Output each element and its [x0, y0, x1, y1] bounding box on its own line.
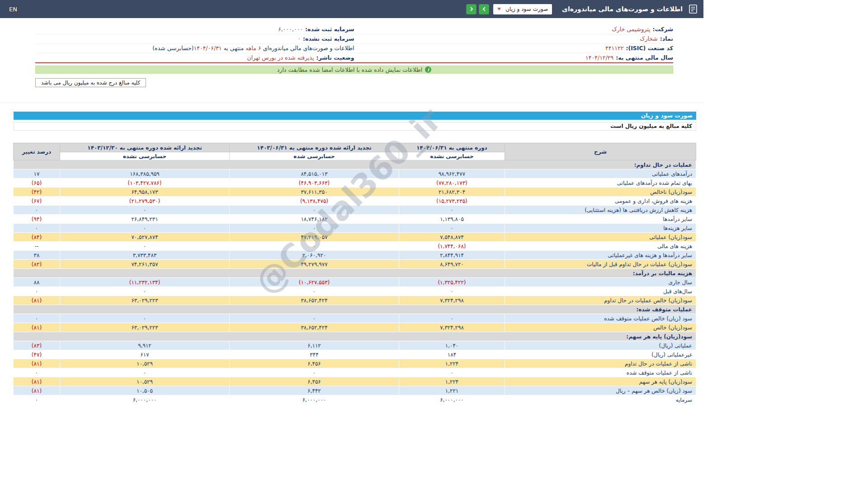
value-cell: ۳۸,۶۵۲,۴۲۴: [230, 323, 399, 332]
table-row: سود (زیان) خالص هر سهم – ریال۱,۲۲۱۶,۴۴۲۱…: [14, 386, 696, 395]
value-cell: ۶,۴۴۲: [230, 386, 399, 395]
value-cell: ۷,۵۴۸,۸۷۴: [399, 233, 505, 242]
table-row: درآمدهای عملیاتی۹۸,۹۶۲,۴۷۷۸۴,۵۱۵,۰۱۳۱۶۸,…: [14, 169, 696, 178]
desc-cell: سود(زیان) ناخالص: [505, 188, 696, 197]
value-cell: ۲,۰۶۰,۹۲۰: [230, 251, 399, 260]
company-field-label: نماد:: [660, 35, 673, 42]
value-cell: ۶۳,۰۲۹,۲۲۳: [60, 323, 230, 332]
desc-cell: سود(زیان) عملیات در حال تداوم قبل از مال…: [505, 260, 696, 269]
value-cell: (۱۰,۶۲۷,۵۵۳): [230, 278, 399, 287]
value-cell: ۰: [60, 242, 230, 251]
desc-column-header: شرح: [505, 143, 696, 160]
value-cell: ۴۷,۲۱۹,۰۵۷: [230, 233, 399, 242]
company-field-label: وضعیت ناشر:: [316, 54, 354, 61]
change-cell: (۴۲): [14, 188, 60, 197]
units-note-box[interactable]: کلیه مبالغ درج شده به میلیون ریال می باش…: [35, 78, 146, 87]
table-row: سود(زیان) عملیات در حال تداوم قبل از مال…: [14, 260, 696, 269]
value-cell: ۶۱۷: [60, 350, 230, 359]
change-cell: ۱۷: [14, 169, 60, 178]
audit-subheader-1: حسابرسی شده: [230, 152, 399, 160]
value-cell: ۶,۰۰۰,۰۰۰: [399, 395, 505, 404]
table-row: سال‌های قبل۰۰۰۰: [14, 287, 696, 296]
value-cell: ۸,۶۴۹,۷۲۰: [399, 260, 505, 269]
value-cell: ۱۸,۷۴۶,۱۸۲: [230, 215, 399, 224]
change-cell: (۹۴): [14, 215, 60, 224]
value-cell: ۴۹,۲۷۹,۹۷۷: [230, 260, 399, 269]
value-cell: ۱۶۸,۳۸۵,۹۵۹: [60, 169, 230, 178]
company-field-value: ۰: [297, 35, 301, 42]
table-row: سایر درآمدها۱,۱۳۹,۸۰۵۱۸,۷۴۶,۱۸۲۲۶,۸۴۹,۲۳…: [14, 215, 696, 224]
value-cell: ۱۸۴: [399, 350, 505, 359]
value-cell: ۷,۳۲۴,۲۹۸: [399, 323, 505, 332]
audit-subheader-0: حسابرسی نشده: [399, 152, 505, 160]
company-info-row: شرکت:پتروشیمی خارکسرمایه ثبت شده:۶,۰۰۰,۰…: [35, 25, 673, 34]
statement-select[interactable]: صورت سود و زیان: [493, 4, 552, 14]
desc-cell: سود(زیان) پایه هر سهم: [505, 377, 696, 386]
change-column-header: درصد تغییر: [14, 143, 60, 160]
desc-cell: درآمدهای عملیاتی: [505, 169, 696, 178]
desc-cell: هزینه های مالی: [505, 242, 696, 251]
next-statement-button[interactable]: [479, 4, 489, 14]
value-cell: ۶۳,۰۲۹,۲۲۳: [60, 296, 230, 305]
company-field-label: سرمایه ثبت شده:: [305, 26, 354, 33]
navbar-right-group: اطلاعات و صورت‌های مالی میاندوره‌ای صورت…: [464, 3, 699, 15]
prev-statement-button[interactable]: [466, 4, 476, 14]
desc-cell: سال‌های قبل: [505, 287, 696, 296]
value-cell: ۰: [60, 287, 230, 296]
company-field-value: پتروشیمی خارک: [612, 26, 651, 33]
value-cell: (۲۱,۲۷۹,۵۳۰): [60, 197, 230, 206]
desc-cell: سایر درآمدها: [505, 215, 696, 224]
change-cell: (۸۱): [14, 386, 60, 395]
company-pair-right: کد صنعت (ISIC):۴۴۱۱۲۲: [354, 45, 674, 52]
change-cell: (۸۲): [14, 260, 60, 269]
value-cell: ۰: [399, 224, 505, 233]
company-field-text: (حسابرسی شده): [152, 45, 193, 52]
value-cell: (۱,۳۲۵,۴۲۲): [399, 278, 505, 287]
company-pair-right: نماد:شخارک: [354, 35, 674, 42]
company-info-row: کد صنعت (ISIC):۴۴۱۱۲۲اطلاعات و صورت‌های …: [35, 44, 673, 53]
page-title: اطلاعات و صورت‌های مالی میاندوره‌ای: [562, 5, 683, 13]
table-row: سایر درآمدها و هزینه های غیرعملیاتی۲,۸۴۴…: [14, 251, 696, 260]
page: اطلاعات و صورت‌های مالی میاندوره‌ای صورت…: [0, 0, 703, 404]
value-cell: ۶,۴۵۶: [230, 377, 399, 386]
value-cell: ۶,۰۰۰,۰۰۰: [60, 395, 230, 404]
change-cell: ۰: [14, 206, 60, 215]
desc-cell: سال جاری: [505, 278, 696, 287]
company-info-row: نماد:شخارکسرمایه ثبت نشده:۰: [35, 34, 673, 44]
value-cell: ۳,۷۳۳,۴۸۳: [60, 251, 230, 260]
change-cell: ۰: [14, 395, 60, 404]
company-field-value: ۶,۰۰۰,۰۰۰: [278, 26, 303, 33]
desc-cell: ناشی از عملیات متوقف شده: [505, 368, 696, 377]
statement-title-bar: صورت سود و زیان: [14, 112, 696, 120]
value-cell: ۷۰,۵۲۷,۸۷۴: [60, 233, 230, 242]
section-row: سود(زیان) پایه هر سهم:: [14, 332, 696, 341]
change-cell: --: [14, 242, 60, 251]
company-field-value: ۱۴۰۴/۰۶/۳۱: [194, 45, 222, 52]
company-field-value: ۶ ماهه: [245, 45, 261, 52]
change-cell: ۰: [14, 314, 60, 323]
value-cell: ۰: [60, 224, 230, 233]
desc-cell: سود (زیان) خالص هر سهم – ریال: [505, 386, 696, 395]
section-label: هزینه مالیات بر درآمد:: [14, 269, 696, 278]
value-cell: ۲۱,۶۸۲,۳۰۴: [399, 188, 505, 197]
value-cell: (۱,۷۴۴,۰۶۸): [399, 242, 505, 251]
signed-info-alert: i اطلاعات نمایش داده شده با اطلاعات امضا…: [35, 66, 673, 74]
company-field-value: پذیرفته شده در بورس تهران: [247, 54, 314, 61]
value-cell: ۶,۱۱۲: [230, 341, 399, 350]
value-cell: ۶,۰۰۰,۰۰۰: [230, 395, 399, 404]
table-row: سود(زیان) خالص۷,۳۲۴,۲۹۸۳۸,۶۵۲,۴۲۴۶۳,۰۲۹,…: [14, 323, 696, 332]
value-cell: ۰: [230, 206, 399, 215]
value-cell: (۱۱,۲۳۲,۱۳۴): [60, 278, 230, 287]
section-row: هزینه مالیات بر درآمد:: [14, 269, 696, 278]
company-field-text: اطلاعات و صورت‌های مالی میاندوره‌ای: [261, 45, 354, 52]
value-cell: ۲,۸۴۴,۹۱۴: [399, 251, 505, 260]
value-cell: ۰: [60, 206, 230, 215]
value-cell: ۶,۴۵۶: [230, 359, 399, 368]
value-cell: ۰: [60, 314, 230, 323]
company-field-value: ۴۴۱۱۲۲: [605, 45, 623, 52]
company-field-value: شخارک: [640, 35, 658, 42]
desc-cell: سود(زیان) خالص عملیات در حال تداوم: [505, 296, 696, 305]
value-cell: ۹,۹۱۲: [60, 341, 230, 350]
value-cell: ۱,۰۴۰: [399, 341, 505, 350]
language-toggle[interactable]: EN: [9, 6, 17, 13]
